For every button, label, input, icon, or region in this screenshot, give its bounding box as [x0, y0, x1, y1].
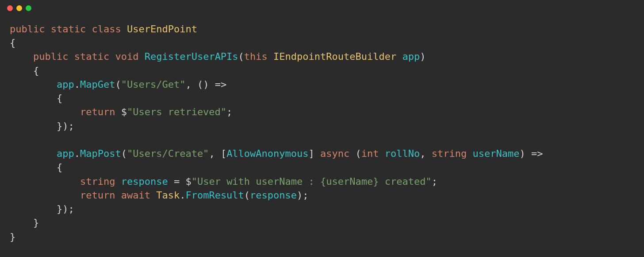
type-int: int — [361, 148, 379, 159]
lambda: () => — [197, 79, 226, 90]
variable: response — [121, 176, 168, 187]
method-call: MapGet — [80, 79, 115, 90]
keyword-return: return — [80, 190, 115, 201]
maximize-icon[interactable] — [26, 5, 31, 11]
type-name: IEndpointRouteBuilder — [273, 51, 396, 62]
paren-close: ); — [297, 190, 309, 201]
string-literal: "Users/Create" — [127, 148, 209, 159]
code-window: public static class UserEndPoint { publi… — [0, 0, 644, 257]
method-name: RegisterUserAPIs — [145, 51, 238, 62]
string-literal: "Users retrieved" — [127, 106, 226, 117]
param-name: rollNo — [385, 148, 420, 159]
paren-open: ( — [244, 190, 250, 201]
dollar: $ — [121, 106, 127, 117]
paren-close: ) — [420, 51, 426, 62]
keyword-public: public — [33, 51, 68, 62]
paren-open: ( — [115, 79, 121, 90]
close-brace-paren: }); — [57, 121, 74, 132]
paren-open: ( — [121, 148, 127, 159]
dot: . — [180, 190, 185, 201]
keyword-this: this — [244, 51, 268, 62]
minimize-icon[interactable] — [16, 5, 22, 11]
keyword-await: await — [121, 190, 150, 201]
close-icon[interactable] — [7, 5, 13, 11]
keyword-void: void — [115, 51, 138, 62]
bracket-open: [ — [221, 148, 226, 159]
dot: . — [74, 148, 80, 159]
type-task: Task — [156, 190, 180, 201]
comma: , — [420, 148, 432, 159]
string-literal: "Users/Get" — [121, 79, 186, 90]
brace-open: { — [57, 162, 62, 173]
paren-open: ( — [238, 51, 244, 62]
brace-close: } — [33, 217, 39, 228]
type-string: string — [80, 176, 115, 187]
close-brace-paren: }); — [57, 203, 74, 214]
string-literal: "User with userName : {userName} created… — [192, 176, 432, 187]
comma: , — [209, 148, 221, 159]
identifier: app — [57, 148, 74, 159]
type-name: UserEndPoint — [127, 23, 197, 35]
type-string: string — [432, 148, 467, 159]
param-name: app — [402, 51, 420, 62]
semicolon: ; — [432, 176, 437, 187]
brace-open: { — [33, 65, 39, 76]
keyword-return: return — [80, 106, 115, 117]
attribute: AllowAnonymous — [226, 148, 308, 159]
brace-close: } — [10, 231, 15, 242]
keyword-static: static — [51, 23, 86, 35]
keyword-public: public — [10, 23, 45, 35]
code-block: public static class UserEndPoint { publi… — [0, 16, 644, 244]
keyword-class: class — [92, 23, 121, 35]
lambda-arrow: ) => — [519, 148, 543, 159]
dollar: $ — [185, 176, 191, 187]
semicolon: ; — [226, 106, 232, 117]
dot: . — [74, 79, 80, 90]
brace-open: { — [57, 93, 62, 104]
keyword-static: static — [74, 51, 109, 62]
equals: = — [168, 176, 186, 187]
comma: , — [185, 79, 197, 90]
method-call: FromResult — [185, 190, 244, 201]
keyword-async: async — [320, 148, 349, 159]
identifier: response — [250, 190, 297, 201]
identifier: app — [57, 79, 74, 90]
param-name: userName — [473, 148, 520, 159]
bracket-close: ] — [309, 148, 321, 159]
brace-open: { — [10, 37, 15, 48]
window-titlebar — [0, 0, 644, 16]
method-call: MapPost — [80, 148, 121, 159]
paren-open: ( — [356, 148, 361, 159]
